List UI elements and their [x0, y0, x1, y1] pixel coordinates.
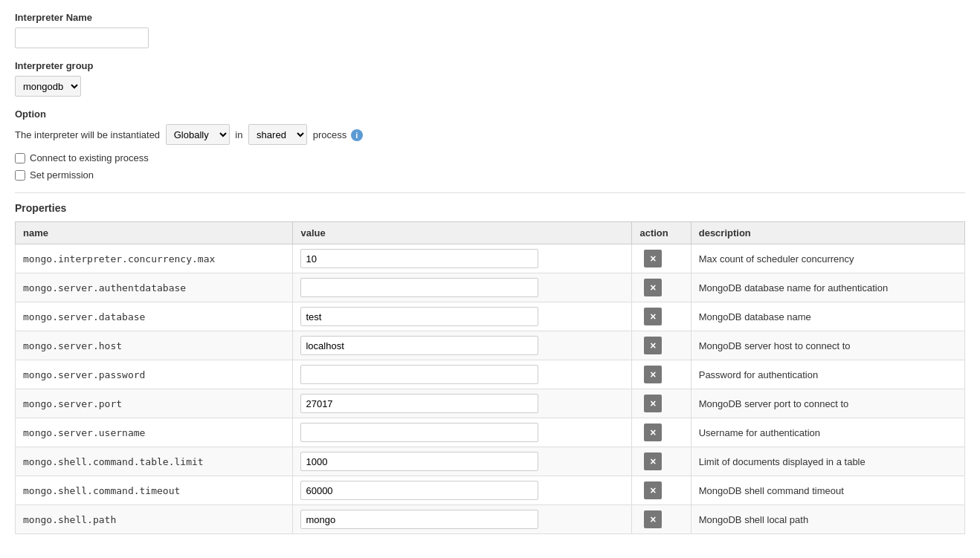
prop-value-cell — [293, 505, 632, 534]
prop-value-input[interactable] — [300, 481, 538, 500]
prop-value-input[interactable] — [300, 394, 538, 413]
prop-description-cell: MongoDB shell command timeout — [691, 476, 964, 505]
prop-value-cell — [293, 447, 632, 476]
properties-title: Properties — [15, 202, 965, 214]
prop-value-cell — [293, 360, 632, 389]
prop-value-cell — [293, 273, 632, 302]
prop-value-cell — [293, 418, 632, 447]
prop-value-cell — [293, 476, 632, 505]
header-row: name value action description — [16, 222, 965, 244]
col-value: value — [293, 222, 632, 244]
table-row: mongo.server.database×MongoDB database n… — [16, 302, 965, 331]
info-icon[interactable]: i — [351, 129, 363, 141]
col-name: name — [16, 222, 293, 244]
properties-section: Properties name value action description… — [15, 202, 965, 534]
delete-button[interactable]: × — [644, 279, 662, 296]
prop-value-input[interactable] — [300, 249, 538, 268]
prop-name-cell: mongo.server.host — [16, 331, 293, 360]
prop-value-cell — [293, 331, 632, 360]
delete-button[interactable]: × — [644, 452, 662, 470]
prop-action-cell: × — [632, 244, 691, 273]
table-row: mongo.server.authentdatabase×MongoDB dat… — [16, 273, 965, 302]
prop-action-cell: × — [632, 418, 691, 447]
prop-value-cell — [293, 302, 632, 331]
delete-button[interactable]: × — [644, 510, 662, 528]
option-section: Option The interpreter will be instantia… — [15, 108, 965, 181]
delete-button[interactable]: × — [644, 250, 662, 267]
prop-action-cell: × — [632, 505, 691, 534]
delete-button[interactable]: × — [644, 395, 662, 412]
interpreter-group-section: Interpreter group mongodb — [15, 60, 965, 97]
prop-name-cell: mongo.server.database — [16, 302, 293, 331]
option-row: The interpreter will be instantiated Glo… — [15, 124, 965, 145]
interpreter-group-label: Interpreter group — [15, 60, 965, 71]
prop-description-cell: MongoDB server host to connect to — [691, 331, 964, 360]
properties-table: name value action description mongo.inte… — [15, 221, 965, 534]
prop-action-cell: × — [632, 476, 691, 505]
prop-value-cell — [293, 244, 632, 273]
prop-description-cell: MongoDB server port to connect to — [691, 389, 964, 418]
table-row: mongo.server.username×Username for authe… — [16, 418, 965, 447]
prop-description-cell: Username for authentication — [691, 418, 964, 447]
globally-select[interactable]: Globally Per User Per Note — [166, 124, 230, 145]
prop-name-cell: mongo.interpreter.concurrency.max — [16, 244, 293, 273]
prop-action-cell: × — [632, 360, 691, 389]
prop-name-cell: mongo.shell.path — [16, 505, 293, 534]
option-in-text: in — [235, 129, 242, 140]
prop-description-cell: MongoDB database name — [691, 302, 964, 331]
prop-value-input[interactable] — [300, 365, 538, 384]
prop-value-input[interactable] — [300, 423, 538, 442]
delete-button[interactable]: × — [644, 337, 662, 354]
table-row: mongo.server.port×MongoDB server port to… — [16, 389, 965, 418]
set-permission-checkbox[interactable] — [15, 170, 25, 181]
prop-value-input[interactable] — [300, 336, 538, 355]
option-instantiate-text: The interpreter will be instantiated — [15, 129, 160, 140]
prop-value-input[interactable] — [300, 307, 538, 326]
prop-value-input[interactable] — [300, 278, 538, 297]
table-row: mongo.server.host×MongoDB server host to… — [16, 331, 965, 360]
interpreter-name-label: Interpreter Name — [15, 12, 965, 23]
prop-description-cell: Max count of scheduler concurrency — [691, 244, 964, 273]
prop-name-cell: mongo.server.password — [16, 360, 293, 389]
col-description: description — [691, 222, 964, 244]
connect-existing-label: Connect to existing process — [30, 152, 149, 163]
prop-description-cell: MongoDB shell local path — [691, 505, 964, 534]
divider — [15, 192, 965, 193]
prop-action-cell: × — [632, 389, 691, 418]
prop-action-cell: × — [632, 273, 691, 302]
prop-name-cell: mongo.server.authentdatabase — [16, 273, 293, 302]
table-row: mongo.interpreter.concurrency.max×Max co… — [16, 244, 965, 273]
delete-button[interactable]: × — [644, 424, 662, 441]
delete-button[interactable]: × — [644, 308, 662, 325]
table-row: mongo.server.password×Password for authe… — [16, 360, 965, 389]
globally-select-wrapper: Globally Per User Per Note — [166, 124, 230, 145]
prop-description-cell: Limit of documents displayed in a table — [691, 447, 964, 476]
prop-description-cell: MongoDB database name for authentication — [691, 273, 964, 302]
table-row: mongo.shell.command.table.limit×Limit of… — [16, 447, 965, 476]
prop-name-cell: mongo.server.username — [16, 418, 293, 447]
delete-button[interactable]: × — [644, 481, 662, 499]
table-row: mongo.shell.command.timeout×MongoDB shel… — [16, 476, 965, 505]
prop-action-cell: × — [632, 302, 691, 331]
table-body: mongo.interpreter.concurrency.max×Max co… — [16, 244, 965, 534]
prop-name-cell: mongo.server.port — [16, 389, 293, 418]
connect-existing-checkbox[interactable] — [15, 153, 25, 163]
prop-action-cell: × — [632, 331, 691, 360]
table-row: mongo.shell.path×MongoDB shell local pat… — [16, 505, 965, 534]
option-process-text: process — [313, 129, 347, 140]
connect-existing-row: Connect to existing process — [15, 152, 965, 163]
delete-button[interactable]: × — [644, 366, 662, 383]
prop-description-cell: Password for authentication — [691, 360, 964, 389]
prop-value-input[interactable] — [300, 452, 538, 471]
prop-value-input[interactable] — [300, 510, 538, 529]
set-permission-row: Set permission — [15, 169, 965, 181]
set-permission-label: Set permission — [30, 169, 94, 181]
shared-select-wrapper: shared scoped isolated — [248, 124, 307, 145]
col-action: action — [632, 222, 691, 244]
interpreter-name-input[interactable] — [15, 27, 149, 48]
prop-value-cell — [293, 389, 632, 418]
interpreter-name-section: Interpreter Name — [15, 12, 965, 48]
shared-select[interactable]: shared scoped isolated — [248, 124, 307, 145]
interpreter-group-select[interactable]: mongodb — [15, 76, 81, 97]
prop-name-cell: mongo.shell.command.timeout — [16, 476, 293, 505]
